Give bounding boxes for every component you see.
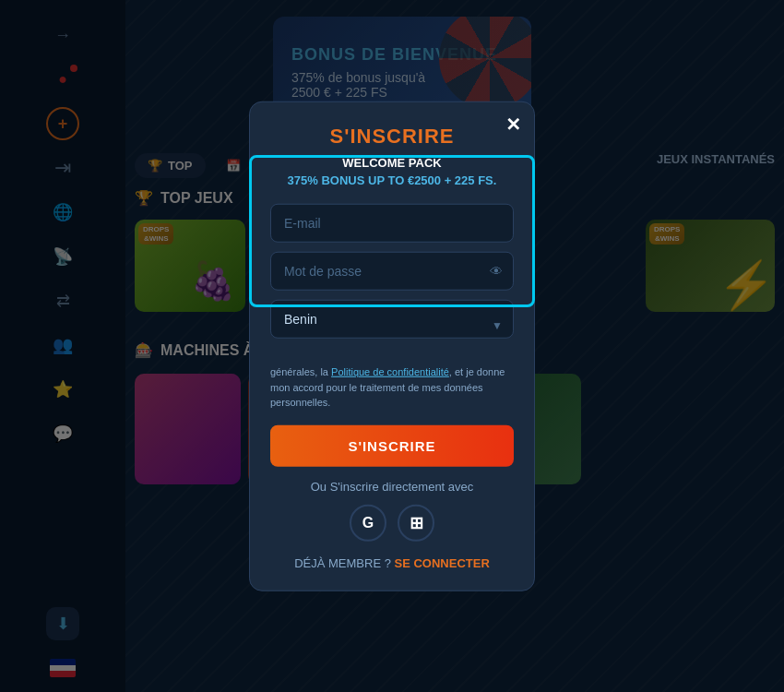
social-text: Ou S'inscrire directement avec — [270, 479, 514, 493]
windows-button[interactable]: ⊞ — [398, 504, 434, 541]
modal-subtitle: WELCOME PACK — [270, 156, 514, 170]
registration-modal: ✕ S'INSCRIRE WELCOME PACK 375% BONUS UP … — [249, 101, 535, 591]
privacy-policy-link[interactable]: Politique de confidentialité — [331, 366, 449, 377]
country-select-wrap: Benin ▼ — [270, 300, 514, 352]
submit-button[interactable]: S'INSCRIRE — [270, 424, 514, 466]
already-member-section: DÉJÀ MEMBRE ? SE CONNECTER — [270, 555, 514, 569]
password-input[interactable] — [270, 252, 514, 291]
google-button[interactable]: G — [350, 504, 386, 541]
country-select[interactable]: Benin — [270, 300, 514, 339]
login-link[interactable]: SE CONNECTER — [395, 555, 490, 569]
modal-title: S'INSCRIRE — [270, 125, 514, 149]
email-input[interactable] — [270, 204, 514, 243]
eye-icon[interactable]: 👁 — [490, 264, 503, 279]
terms-text: générales, la Politique de confidentiali… — [270, 364, 514, 411]
modal-bonus-text: 375% BONUS UP TO €2500 + 225 FS. — [270, 173, 514, 187]
social-buttons: G ⊞ — [270, 504, 514, 541]
password-input-wrap: 👁 — [270, 252, 514, 291]
close-button[interactable]: ✕ — [505, 113, 521, 136]
